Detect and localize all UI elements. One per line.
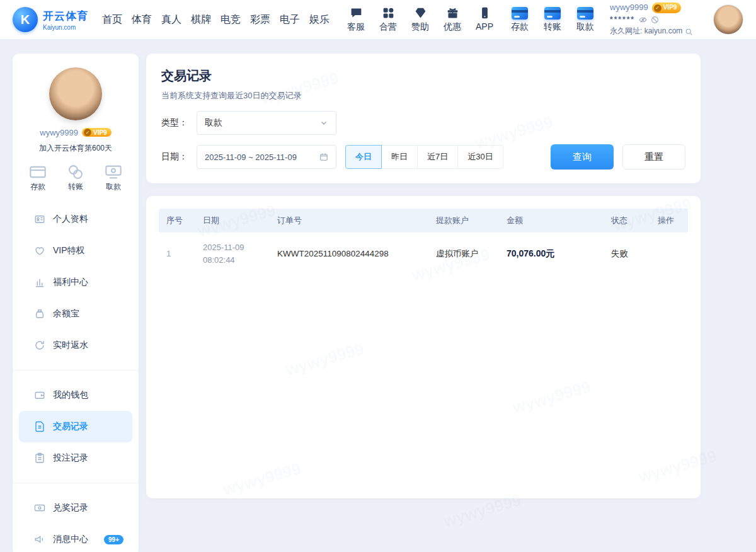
sidebar-item-vip[interactable]: VIP特权 <box>19 235 132 267</box>
col-header-account: 提款账户 <box>428 215 499 226</box>
primary-nav: 首页 体育 真人 棋牌 电竞 彩票 电子 娱乐 <box>102 13 329 26</box>
masked-balance: ****** <box>610 14 635 25</box>
quick-deposit[interactable]: 存款 <box>29 163 47 192</box>
page-title: 交易记录 <box>161 67 685 84</box>
logo-domain-text: Kaiyun.com <box>43 24 88 31</box>
type-select-value: 取款 <box>205 117 222 129</box>
nav-partnership[interactable]: 合营 <box>375 6 401 33</box>
sidebar-item-label: 兑奖记录 <box>53 502 88 514</box>
sidebar-item-profile[interactable]: 个人资料 <box>19 204 132 235</box>
slash-circle-icon[interactable] <box>651 16 659 24</box>
cell-index: 1 <box>159 249 195 258</box>
nav-item-lottery[interactable]: 彩票 <box>250 13 270 26</box>
profile-avatar[interactable] <box>49 67 102 120</box>
date-range-value: 2025-11-09 ~ 2025-11-09 <box>205 152 297 162</box>
sidebar-item-messages[interactable]: 消息中心 99+ <box>19 524 132 552</box>
sidebar-item-welfare[interactable]: 福利中心 <box>19 267 132 298</box>
col-header-date: 日期 <box>195 215 270 226</box>
nav-app-download[interactable]: APP <box>471 6 498 33</box>
wallet-label: 转账 <box>544 21 561 33</box>
nav-item-entertainment[interactable]: 娱乐 <box>309 13 329 26</box>
type-label: 类型： <box>161 117 197 129</box>
quick-range-today[interactable]: 今日 <box>345 145 382 169</box>
sidebar-item-transactions[interactable]: 交易记录 <box>19 411 132 442</box>
transfer-card-icon <box>544 7 561 20</box>
nav-item-home[interactable]: 首页 <box>102 13 122 26</box>
megaphone-icon <box>34 534 45 545</box>
table-header-row: 序号 日期 订单号 提款账户 金额 状态 操作 <box>159 209 688 233</box>
top-navbar: K 开云体育 Kaiyun.com 首页 体育 真人 棋牌 电竞 彩票 电子 娱… <box>0 0 756 39</box>
main-content: 交易记录 当前系统支持查询最近30日的交易记录 类型： 取款 日期： 2025-… <box>146 54 701 498</box>
sidebar-item-label: VIP特权 <box>53 245 85 256</box>
sidebar-item-bets[interactable]: 投注记录 <box>19 442 132 474</box>
date-range-input[interactable]: 2025-11-09 ~ 2025-11-09 <box>197 145 336 169</box>
sidebar-item-label: 交易记录 <box>53 421 88 432</box>
heart-icon <box>34 245 45 256</box>
col-header-action: 操作 <box>650 215 688 226</box>
col-header-index: 序号 <box>159 215 195 226</box>
diamond-icon <box>414 6 427 20</box>
wallet-icon <box>34 389 45 401</box>
user-avatar[interactable] <box>713 4 743 35</box>
quick-transfer[interactable]: 转账 <box>67 163 84 192</box>
nav-item-chess[interactable]: 棋牌 <box>191 13 211 26</box>
vip-badge: ✓ VIP9 <box>82 128 112 137</box>
date-label: 日期： <box>161 151 197 163</box>
nav-sponsorship[interactable]: 赞助 <box>407 6 433 33</box>
vip-emblem-icon: ✓ <box>654 4 662 12</box>
quick-range-30days[interactable]: 近30日 <box>457 145 503 169</box>
sidebar-item-yuebao[interactable]: 余额宝 <box>19 298 132 330</box>
nav-item-live[interactable]: 真人 <box>161 13 181 26</box>
nav-deposit[interactable]: 存款 <box>507 7 533 33</box>
quick-action-label: 取款 <box>106 181 121 192</box>
utility-nav: 客服 合营 赞助 优惠 APP <box>343 6 498 33</box>
nav-item-sports[interactable]: 体育 <box>132 13 152 26</box>
utility-label: 合营 <box>379 21 397 33</box>
quick-withdraw[interactable]: 取款 <box>105 163 122 192</box>
chat-bubble-icon <box>350 6 363 20</box>
user-info-block: wywy9999 ✓ VIP9 ****** 永久网址: kaiyun.com <box>610 2 704 37</box>
reset-button[interactable]: 重置 <box>622 144 685 170</box>
sidebar-item-label: 投注记录 <box>53 452 88 464</box>
sidebar-item-prizes[interactable]: 兑奖记录 <box>19 492 132 524</box>
nav-item-esports[interactable]: 电竞 <box>220 13 241 26</box>
sidebar-item-rebate[interactable]: 实时返水 <box>19 330 132 361</box>
partner-grid-icon <box>382 6 395 20</box>
table-row: 1 2025-11-09 08:02:44 KWWT20251109080244… <box>159 233 688 275</box>
withdraw-card-icon <box>577 7 593 20</box>
wallet-label: 取款 <box>576 21 594 33</box>
magnifier-icon[interactable] <box>685 28 693 36</box>
id-card-icon <box>34 214 45 225</box>
deposit-outline-icon <box>29 163 47 178</box>
utility-label: 客服 <box>347 21 365 33</box>
sidebar-divider <box>13 370 139 371</box>
search-button[interactable]: 查询 <box>551 144 614 170</box>
cell-account: 虚拟币账户 <box>428 248 499 260</box>
wallet-nav: 存款 转账 取款 <box>507 7 598 33</box>
nav-withdraw[interactable]: 取款 <box>572 7 598 33</box>
clipboard-icon <box>34 452 45 464</box>
nav-promotions[interactable]: 优惠 <box>439 6 466 33</box>
gift-icon <box>446 6 459 20</box>
eye-off-icon[interactable] <box>639 16 647 24</box>
sidebar-item-label: 福利中心 <box>53 277 88 288</box>
quick-range-7days[interactable]: 近7日 <box>417 145 458 169</box>
sidebar-item-label: 个人资料 <box>53 214 88 225</box>
vip-emblem-icon: ✓ <box>84 129 91 136</box>
sidebar-item-wallet[interactable]: 我的钱包 <box>19 379 132 411</box>
deposit-card-icon <box>512 7 528 20</box>
sidebar-item-label: 余额宝 <box>53 308 79 319</box>
sidebar-menu: 个人资料 VIP特权 福利中心 余额宝 实时返水 <box>13 204 139 552</box>
quick-actions: 存款 转账 取款 <box>13 163 139 192</box>
vip-level-text: VIP9 <box>93 129 107 136</box>
nav-transfer[interactable]: 转账 <box>539 7 566 33</box>
bar-chart-icon <box>34 277 45 288</box>
transfer-coins-icon <box>67 163 84 178</box>
brand-logo[interactable]: K 开云体育 Kaiyun.com <box>13 7 88 32</box>
document-icon <box>34 421 45 432</box>
nav-item-slots[interactable]: 电子 <box>280 13 300 26</box>
quick-range-yesterday[interactable]: 昨日 <box>381 145 418 169</box>
vip-badge: ✓ VIP9 <box>652 3 682 13</box>
nav-customer-service[interactable]: 客服 <box>343 6 369 33</box>
type-select[interactable]: 取款 <box>197 111 336 135</box>
